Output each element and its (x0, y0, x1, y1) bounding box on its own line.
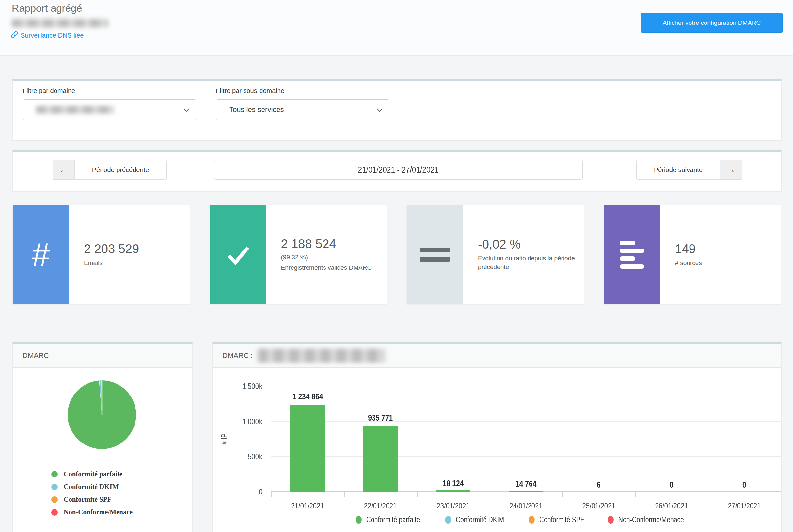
bar-legend-item[interactable]: Conformité DKIM (445, 515, 513, 524)
aggregated-report-page: Rapport agrégé Surveillance DNS liée Aff… (0, 0, 793, 532)
bar-legend-label: Conformité SPF (539, 515, 584, 524)
bar-value-label: 1 234 864 (271, 392, 344, 401)
date-range-value: 21/01/2021 - 27/01/2021 (358, 165, 439, 175)
x-axis-tick (490, 492, 490, 497)
bar-legend-label: Conformité DKIM (456, 515, 504, 524)
y-axis-title: # IP (220, 425, 229, 453)
x-axis-label: 24/01/2021 (490, 501, 562, 510)
legend-dot-icon (51, 496, 58, 503)
chevron-down-icon (183, 108, 189, 113)
pie-legend-item[interactable]: Conformité DKIM (51, 480, 133, 493)
bar-22/01/2021[interactable] (363, 426, 398, 492)
x-axis-label: 27/01/2021 (708, 501, 780, 510)
y-axis-tick-label: 1 500k (232, 382, 262, 390)
bar-24/01/2021[interactable] (509, 491, 543, 492)
x-axis-label: 21/01/2021 (271, 501, 344, 510)
bar-23/01/2021[interactable] (436, 490, 470, 492)
chevron-down-icon (377, 108, 383, 113)
bar-value-label: 0 (635, 480, 708, 490)
x-axis-label: 25/01/2021 (562, 501, 635, 510)
domain-filter-select[interactable] (22, 99, 196, 120)
x-axis-tick (417, 492, 418, 497)
valid-records-label: Enregistrements valides DMARC (281, 264, 381, 272)
bar-legend-item[interactable]: Non-Conforme/Menace (607, 515, 696, 524)
x-axis-label: 22/01/2021 (344, 501, 417, 510)
stats-row: # 2 203 529 Emails 2 188 524 (99,32 %) E… (13, 205, 781, 304)
pie-card-title: DMARC (13, 344, 192, 368)
ratio-evolution-label: Evolution du ratio depuis la période pré… (478, 254, 578, 271)
bar-card-title-prefix: DMARC : (222, 352, 253, 360)
bar-value-label: 0 (708, 480, 780, 490)
x-axis-tick (780, 492, 781, 497)
filters-card: Filtre par domaine Filtre par sous-domai… (13, 79, 781, 141)
bar-legend-label: Non-Conforme/Menace (618, 515, 684, 524)
pie-legend: Conformité parfaiteConformité DKIMConfor… (51, 468, 133, 519)
legend-dot-icon (445, 516, 451, 524)
pie-legend-label: Conformité SPF (64, 495, 111, 504)
y-axis-tick-label: 0 (232, 487, 262, 496)
bar-21/01/2021[interactable] (290, 405, 325, 492)
x-axis-tick (708, 492, 709, 497)
arrow-left-icon: ← (53, 160, 75, 179)
stat-card-ratio-evolution: -0,02 % Evolution du ratio depuis la pér… (406, 205, 584, 304)
legend-dot-icon (528, 516, 535, 524)
stat-card-sources: 149 # sources (604, 205, 781, 304)
redacted-domain-value (36, 106, 114, 114)
pie-legend-label: Conformité DKIM (64, 483, 119, 491)
check-icon (210, 205, 266, 304)
equals-icon (407, 205, 463, 304)
dns-link-label: Surveillance DNS liée (21, 32, 83, 39)
subdomain-filter-label: Filtre par sous-domaine (216, 87, 284, 95)
arrow-right-icon: → (720, 160, 742, 179)
stat-card-emails: # 2 203 529 Emails (13, 205, 190, 304)
x-axis-tick (562, 492, 563, 497)
x-axis-tick (635, 492, 636, 497)
bar-value-label: 935 771 (344, 413, 417, 423)
dns-monitoring-link[interactable]: Surveillance DNS liée (11, 31, 83, 40)
page-title: Rapport agrégé (12, 3, 82, 14)
pie-legend-label: Non-Conforme/Menace (64, 508, 133, 516)
next-period-button[interactable]: Période suivante → (636, 160, 742, 179)
show-dmarc-config-button[interactable]: Afficher votre configuration DMARC (641, 13, 782, 33)
bar-legend-label: Conformité parfaite (366, 515, 420, 524)
previous-period-button[interactable]: ← Période précédente (53, 160, 167, 179)
x-axis-label: 26/01/2021 (635, 501, 708, 510)
pie-legend-item[interactable]: Conformité SPF (51, 493, 133, 506)
domain-filter-label: Filtre par domaine (22, 87, 75, 95)
redacted-domain-title (258, 349, 385, 362)
subdomain-selected-value: Tous les services (229, 106, 284, 114)
emails-count: 2 203 529 (84, 242, 184, 256)
ratio-evolution-value: -0,02 % (478, 238, 578, 251)
dmarc-pie-card: DMARC Conformité parfaiteConformité DKIM… (13, 342, 193, 532)
pie-legend-item[interactable]: Conformité parfaite (51, 468, 133, 480)
date-range-field[interactable]: 21/01/2021 - 27/01/2021 (214, 160, 583, 179)
bar-value-label: 18 124 (417, 479, 489, 488)
bar-legend: Conformité parfaiteConformité DKIMConfor… (271, 515, 780, 524)
dmarc-bar-card: DMARC : # IP 1 500k1 000k500k01 234 8649… (212, 342, 781, 532)
emails-label: Emails (84, 259, 184, 267)
bar-value-label: 14 764 (490, 479, 562, 489)
subdomain-filter-select[interactable]: Tous les services (216, 99, 389, 120)
legend-dot-icon (607, 516, 614, 524)
legend-dot-icon (51, 509, 58, 516)
valid-records-percent: (99,32 %) (281, 254, 381, 261)
legend-dot-icon (51, 484, 58, 490)
page-header: Rapport agrégé Surveillance DNS liée Aff… (0, 0, 793, 56)
redacted-domain-subtitle (12, 19, 108, 27)
pie-legend-label: Conformité parfaite (64, 470, 122, 478)
y-axis-tick-label: 1 000k (232, 417, 262, 425)
sources-label: # sources (675, 259, 775, 267)
link-icon (11, 31, 18, 40)
legend-dot-icon (355, 516, 362, 524)
dmarc-pie-chart[interactable] (66, 379, 138, 451)
legend-dot-icon (51, 471, 58, 477)
bar-legend-item[interactable]: Conformité parfaite (355, 515, 430, 524)
y-axis-tick-label: 500k (232, 452, 262, 460)
valid-records-count: 2 188 524 (281, 237, 381, 251)
list-icon (604, 205, 660, 304)
x-axis-label: 23/01/2021 (417, 501, 490, 510)
pie-legend-item[interactable]: Non-Conforme/Menace (51, 506, 133, 519)
bar-legend-item[interactable]: Conformité SPF (528, 515, 593, 524)
x-axis-tick (271, 492, 272, 497)
stat-card-valid-records: 2 188 524 (99,32 %) Enregistrements vali… (210, 205, 387, 304)
